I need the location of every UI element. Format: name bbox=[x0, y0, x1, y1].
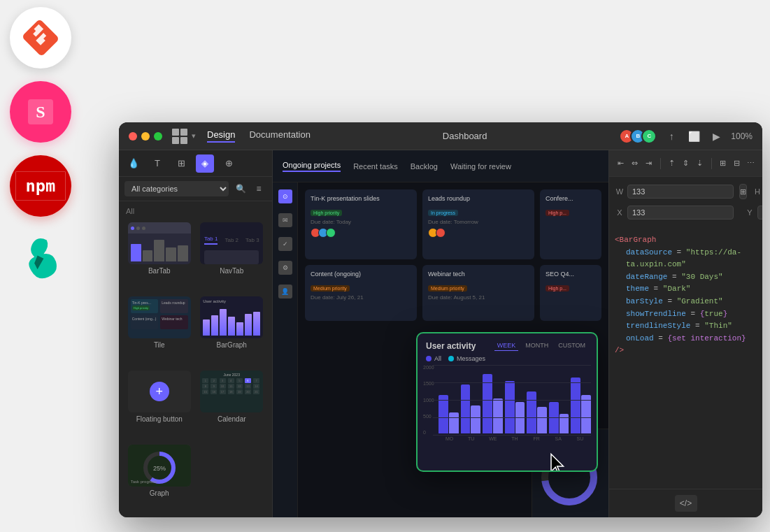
component-tile[interactable]: Tin-K pres... High priority Leads roundu… bbox=[126, 296, 193, 365]
fullscreen-button[interactable] bbox=[154, 132, 162, 141]
git-icon[interactable] bbox=[10, 7, 71, 69]
tool-component[interactable]: ◈ bbox=[196, 154, 214, 173]
align-top-icon[interactable]: ⇡ bbox=[666, 155, 677, 172]
code-prop-datasource: dataSource = "https://da-ta.uxpin.com" bbox=[615, 247, 757, 271]
drip-icon[interactable] bbox=[10, 229, 71, 291]
tool-droplet[interactable]: 💧 bbox=[124, 154, 143, 173]
home-nav-icon[interactable]: ⊙ bbox=[278, 189, 292, 203]
card5-due: Due date: August 5, 21 bbox=[428, 294, 529, 301]
preview-icon[interactable]: ⬜ bbox=[686, 129, 701, 144]
align-center-h-icon[interactable]: ⇔ bbox=[629, 155, 640, 172]
toolbar-separator-1 bbox=[660, 158, 661, 169]
x-label-mo: MO bbox=[439, 436, 460, 441]
align-left-icon[interactable]: ⇤ bbox=[615, 155, 626, 172]
share-icon[interactable]: ↑ bbox=[664, 129, 679, 144]
h-label: H bbox=[753, 187, 762, 196]
props-toolbar: ⇤ ⇔ ⇥ ⇡ ⇕ ⇣ ⊞ ⊟ ⋯ bbox=[609, 150, 762, 177]
user-nav-icon[interactable]: 👤 bbox=[278, 285, 292, 299]
align-bottom-icon[interactable]: ⇣ bbox=[694, 155, 706, 172]
align-right-icon[interactable]: ⇥ bbox=[643, 155, 654, 172]
distribute-h-icon[interactable]: ⊞ bbox=[717, 155, 728, 172]
legend-all-label: All bbox=[434, 355, 441, 362]
traffic-lights bbox=[129, 132, 162, 141]
card2-avatars bbox=[428, 228, 529, 238]
zoom-level: 100% bbox=[731, 131, 753, 141]
component-graph[interactable]: 25% Task progress Graph bbox=[126, 445, 193, 513]
legend-messages-dot bbox=[448, 356, 454, 361]
title-bar: ▾ Design Documentation Dashboard A B C ↑… bbox=[119, 122, 762, 150]
card-content: Content (ongoing) Medium priority Due da… bbox=[305, 265, 417, 321]
x-input[interactable] bbox=[627, 206, 734, 220]
component-calendar[interactable]: June 2023 1234567 891011121314 151617181… bbox=[199, 371, 266, 439]
width-field: W bbox=[615, 185, 734, 199]
nav-backlog[interactable]: Backlog bbox=[411, 162, 438, 171]
collaborators: A B C bbox=[619, 129, 657, 144]
close-button[interactable] bbox=[129, 132, 137, 141]
component-grid: BarTab Tab 1 Tab 2 Tab 3 bbox=[119, 218, 272, 517]
wh-row: W ⊞ H ⊡ bbox=[615, 184, 757, 199]
window-title: Dashboard bbox=[443, 131, 487, 141]
card-seo: SEO Q4... High p... bbox=[540, 265, 601, 321]
toolbar-separator-2 bbox=[711, 158, 712, 169]
y-label: Y bbox=[745, 208, 755, 217]
tool-add[interactable]: ⊕ bbox=[220, 154, 238, 173]
user-activity-popup: User activity WEEK MONTH CUSTOM All Mess… bbox=[416, 332, 598, 472]
width-input[interactable] bbox=[627, 185, 734, 199]
svg-text:npm: npm bbox=[25, 176, 55, 196]
y-field: Y bbox=[745, 206, 762, 220]
component-floating-button[interactable]: + Floating button bbox=[126, 371, 193, 439]
link-dimensions-icon[interactable]: ⊞ bbox=[739, 184, 747, 199]
tab-design[interactable]: Design bbox=[207, 129, 235, 143]
code-prop-theme: theme = "Dark" bbox=[615, 283, 757, 296]
height-field: H bbox=[753, 185, 762, 199]
settings-nav-icon[interactable]: ⚙ bbox=[278, 261, 292, 275]
ua-title: User activity bbox=[426, 341, 489, 351]
component-bargraph[interactable]: User activity Bar bbox=[199, 296, 266, 365]
nav-ongoing[interactable]: Ongoing projects bbox=[283, 161, 341, 172]
component-bartab[interactable]: BarTab bbox=[126, 222, 193, 291]
list-icon[interactable]: ≡ bbox=[251, 181, 266, 196]
minimize-button[interactable] bbox=[141, 132, 150, 141]
tool-text[interactable]: T bbox=[148, 154, 166, 173]
component-navtab[interactable]: Tab 1 Tab 2 Tab 3 NavTab bbox=[199, 222, 266, 291]
card6-badge: High p... bbox=[546, 285, 569, 292]
card5-badge: Medium priority bbox=[428, 285, 467, 292]
navtab-thumb: Tab 1 Tab 2 Tab 3 bbox=[200, 222, 263, 264]
distribute-v-icon[interactable]: ⊟ bbox=[732, 155, 743, 172]
x-label-fr: FR bbox=[526, 436, 548, 441]
check-nav-icon[interactable]: ✓ bbox=[278, 237, 292, 251]
card1-avatars bbox=[311, 228, 411, 238]
canvas-area: Ongoing projects Recent tasks Backlog Wa… bbox=[273, 150, 608, 517]
legend-all: All bbox=[426, 355, 441, 362]
dashboard-cards: Tin-K presentation slides High priority … bbox=[305, 189, 601, 259]
ua-tab-week[interactable]: WEEK bbox=[494, 340, 519, 351]
ua-tab-month[interactable]: MONTH bbox=[522, 340, 551, 351]
card4-badge: Medium priority bbox=[311, 285, 350, 292]
nav-recent[interactable]: Recent tasks bbox=[353, 162, 398, 171]
properties-panel: ⇤ ⇔ ⇥ ⇡ ⇕ ⇣ ⊞ ⊟ ⋯ W ⊞ bbox=[608, 150, 762, 517]
card2-title: Leads roundup bbox=[428, 195, 529, 202]
navtab-label: NavTab bbox=[220, 267, 243, 275]
tab-documentation[interactable]: Documentation bbox=[249, 129, 310, 143]
card2-badge: In progress bbox=[428, 210, 458, 216]
search-icon[interactable]: 🔍 bbox=[233, 181, 248, 196]
ua-tab-custom[interactable]: CUSTOM bbox=[555, 340, 588, 351]
dashboard-header: Ongoing projects Recent tasks Backlog Wa… bbox=[273, 150, 608, 182]
sketch-app-icon[interactable]: S bbox=[10, 81, 71, 143]
nav-waiting[interactable]: Waiting for review bbox=[450, 162, 511, 171]
align-middle-v-icon[interactable]: ⇕ bbox=[680, 155, 691, 172]
ua-tabs: WEEK MONTH CUSTOM bbox=[494, 340, 588, 351]
card-leads: Leads roundup In progress Due date: Tomo… bbox=[422, 189, 534, 259]
npm-icon[interactable]: npm bbox=[10, 155, 71, 217]
message-nav-icon[interactable]: ✉ bbox=[278, 213, 292, 227]
y-input[interactable] bbox=[757, 206, 762, 220]
section-label: All bbox=[119, 201, 272, 218]
card-webinar: Webinar tech Medium priority Due date: A… bbox=[422, 265, 534, 321]
tool-image[interactable]: ⊞ bbox=[172, 154, 190, 173]
category-select[interactable]: All categories bbox=[124, 181, 229, 196]
play-icon[interactable]: ▶ bbox=[708, 129, 724, 144]
sidebar-filter: All categories 🔍 ≡ bbox=[119, 177, 272, 201]
bargraph-thumb: User activity bbox=[200, 296, 263, 338]
more-icon[interactable]: ⋯ bbox=[746, 155, 757, 172]
code-view-button[interactable]: </> bbox=[675, 495, 697, 512]
